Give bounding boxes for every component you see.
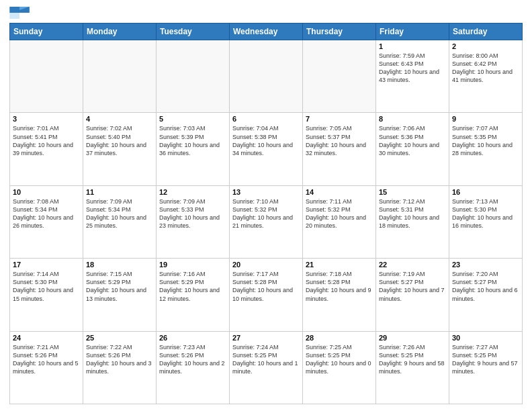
table-row	[157, 40, 230, 113]
table-row: 8Sunrise: 7:06 AM Sunset: 5:36 PM Daylig…	[376, 113, 449, 185]
day-number: 4	[86, 115, 153, 123]
table-row: 15Sunrise: 7:12 AM Sunset: 5:31 PM Dayli…	[376, 185, 449, 258]
day-number: 10	[13, 188, 80, 196]
table-row: 19Sunrise: 7:16 AM Sunset: 5:29 PM Dayli…	[157, 259, 230, 331]
day-info: Sunrise: 7:21 AM Sunset: 5:26 PM Dayligh…	[13, 343, 80, 376]
table-row: 17Sunrise: 7:14 AM Sunset: 5:30 PM Dayli…	[10, 259, 83, 331]
day-number: 14	[306, 188, 373, 196]
day-info: Sunrise: 7:19 AM Sunset: 5:27 PM Dayligh…	[379, 270, 446, 303]
day-info: Sunrise: 7:25 AM Sunset: 5:25 PM Dayligh…	[306, 343, 373, 376]
day-number: 7	[306, 115, 373, 123]
day-info: Sunrise: 7:09 AM Sunset: 5:33 PM Dayligh…	[159, 197, 226, 230]
calendar-table: Sunday Monday Tuesday Wednesday Thursday…	[9, 23, 523, 404]
day-info: Sunrise: 7:23 AM Sunset: 5:26 PM Dayligh…	[159, 343, 226, 376]
table-row: 6Sunrise: 7:04 AM Sunset: 5:38 PM Daylig…	[230, 113, 303, 185]
day-number: 23	[452, 261, 519, 269]
calendar-week-row: 24Sunrise: 7:21 AM Sunset: 5:26 PM Dayli…	[10, 331, 523, 404]
day-number: 29	[379, 334, 446, 342]
calendar-week-row: 3Sunrise: 7:01 AM Sunset: 5:41 PM Daylig…	[10, 113, 523, 185]
table-row	[83, 40, 157, 113]
table-row: 13Sunrise: 7:10 AM Sunset: 5:32 PM Dayli…	[230, 185, 303, 258]
header-saturday: Saturday	[449, 24, 523, 40]
day-number: 28	[306, 334, 373, 342]
header-monday: Monday	[83, 24, 157, 40]
table-row: 23Sunrise: 7:20 AM Sunset: 5:27 PM Dayli…	[449, 259, 523, 331]
day-info: Sunrise: 7:18 AM Sunset: 5:28 PM Dayligh…	[306, 270, 373, 303]
day-number: 5	[159, 115, 226, 123]
calendar-week-row: 17Sunrise: 7:14 AM Sunset: 5:30 PM Dayli…	[10, 259, 523, 331]
table-row: 28Sunrise: 7:25 AM Sunset: 5:25 PM Dayli…	[303, 331, 376, 404]
day-info: Sunrise: 7:09 AM Sunset: 5:34 PM Dayligh…	[86, 197, 153, 230]
day-info: Sunrise: 7:07 AM Sunset: 5:35 PM Dayligh…	[452, 124, 519, 157]
table-row: 11Sunrise: 7:09 AM Sunset: 5:34 PM Dayli…	[83, 185, 157, 258]
day-info: Sunrise: 7:22 AM Sunset: 5:26 PM Dayligh…	[86, 343, 153, 376]
table-row: 24Sunrise: 7:21 AM Sunset: 5:26 PM Dayli…	[10, 331, 83, 404]
svg-marker-4	[9, 13, 19, 19]
day-number: 22	[379, 261, 446, 269]
day-info: Sunrise: 7:04 AM Sunset: 5:38 PM Dayligh…	[232, 124, 300, 157]
day-number: 25	[86, 334, 153, 342]
table-row: 12Sunrise: 7:09 AM Sunset: 5:33 PM Dayli…	[157, 185, 230, 258]
header-area	[9, 7, 523, 19]
day-info: Sunrise: 7:24 AM Sunset: 5:25 PM Dayligh…	[232, 343, 300, 376]
day-number: 19	[159, 261, 226, 269]
day-info: Sunrise: 7:11 AM Sunset: 5:32 PM Dayligh…	[306, 197, 373, 230]
header-tuesday: Tuesday	[157, 24, 230, 40]
day-info: Sunrise: 7:06 AM Sunset: 5:36 PM Dayligh…	[379, 124, 446, 157]
calendar-header-row: Sunday Monday Tuesday Wednesday Thursday…	[10, 24, 523, 40]
day-info: Sunrise: 7:27 AM Sunset: 5:25 PM Dayligh…	[452, 343, 519, 376]
header-wednesday: Wednesday	[230, 24, 303, 40]
table-row	[230, 40, 303, 113]
table-row: 3Sunrise: 7:01 AM Sunset: 5:41 PM Daylig…	[10, 113, 83, 185]
table-row: 22Sunrise: 7:19 AM Sunset: 5:27 PM Dayli…	[376, 259, 449, 331]
day-info: Sunrise: 7:16 AM Sunset: 5:29 PM Dayligh…	[159, 270, 226, 303]
table-row: 2Sunrise: 8:00 AM Sunset: 6:42 PM Daylig…	[449, 40, 523, 113]
calendar-week-row: 10Sunrise: 7:08 AM Sunset: 5:34 PM Dayli…	[10, 185, 523, 258]
header-friday: Friday	[376, 24, 449, 40]
table-row: 5Sunrise: 7:03 AM Sunset: 5:39 PM Daylig…	[157, 113, 230, 185]
day-info: Sunrise: 7:12 AM Sunset: 5:31 PM Dayligh…	[379, 197, 446, 230]
table-row: 16Sunrise: 7:13 AM Sunset: 5:30 PM Dayli…	[449, 185, 523, 258]
day-number: 1	[379, 42, 446, 50]
day-info: Sunrise: 7:17 AM Sunset: 5:28 PM Dayligh…	[232, 270, 300, 303]
day-number: 6	[232, 115, 300, 123]
table-row: 27Sunrise: 7:24 AM Sunset: 5:25 PM Dayli…	[230, 331, 303, 404]
day-info: Sunrise: 7:13 AM Sunset: 5:30 PM Dayligh…	[452, 197, 519, 230]
table-row: 18Sunrise: 7:15 AM Sunset: 5:29 PM Dayli…	[83, 259, 157, 331]
day-number: 12	[159, 188, 226, 196]
table-row: 14Sunrise: 7:11 AM Sunset: 5:32 PM Dayli…	[303, 185, 376, 258]
table-row: 29Sunrise: 7:26 AM Sunset: 5:25 PM Dayli…	[376, 331, 449, 404]
day-info: Sunrise: 7:14 AM Sunset: 5:30 PM Dayligh…	[13, 270, 80, 303]
table-row: 26Sunrise: 7:23 AM Sunset: 5:26 PM Dayli…	[157, 331, 230, 404]
day-number: 18	[86, 261, 153, 269]
day-info: Sunrise: 7:20 AM Sunset: 5:27 PM Dayligh…	[452, 270, 519, 303]
day-number: 2	[452, 42, 519, 50]
logo-icon	[9, 7, 30, 19]
day-number: 21	[306, 261, 373, 269]
day-number: 24	[13, 334, 80, 342]
day-number: 17	[13, 261, 80, 269]
table-row: 9Sunrise: 7:07 AM Sunset: 5:35 PM Daylig…	[449, 113, 523, 185]
day-number: 27	[232, 334, 300, 342]
day-number: 11	[86, 188, 153, 196]
day-info: Sunrise: 7:02 AM Sunset: 5:40 PM Dayligh…	[86, 124, 153, 157]
svg-rect-1	[9, 7, 19, 13]
calendar-week-row: 1Sunrise: 7:59 AM Sunset: 6:43 PM Daylig…	[10, 40, 523, 113]
table-row: 30Sunrise: 7:27 AM Sunset: 5:25 PM Dayli…	[449, 331, 523, 404]
header-sunday: Sunday	[10, 24, 83, 40]
day-number: 26	[159, 334, 226, 342]
day-number: 9	[452, 115, 519, 123]
day-info: Sunrise: 7:01 AM Sunset: 5:41 PM Dayligh…	[13, 124, 80, 157]
table-row: 4Sunrise: 7:02 AM Sunset: 5:40 PM Daylig…	[83, 113, 157, 185]
day-info: Sunrise: 7:08 AM Sunset: 5:34 PM Dayligh…	[13, 197, 80, 230]
day-info: Sunrise: 7:03 AM Sunset: 5:39 PM Dayligh…	[159, 124, 226, 157]
table-row: 1Sunrise: 7:59 AM Sunset: 6:43 PM Daylig…	[376, 40, 449, 113]
day-number: 15	[379, 188, 446, 196]
table-row: 25Sunrise: 7:22 AM Sunset: 5:26 PM Dayli…	[83, 331, 157, 404]
day-info: Sunrise: 7:59 AM Sunset: 6:43 PM Dayligh…	[379, 52, 446, 85]
day-number: 3	[13, 115, 80, 123]
table-row: 20Sunrise: 7:17 AM Sunset: 5:28 PM Dayli…	[230, 259, 303, 331]
table-row	[10, 40, 83, 113]
day-number: 13	[232, 188, 300, 196]
table-row: 10Sunrise: 7:08 AM Sunset: 5:34 PM Dayli…	[10, 185, 83, 258]
